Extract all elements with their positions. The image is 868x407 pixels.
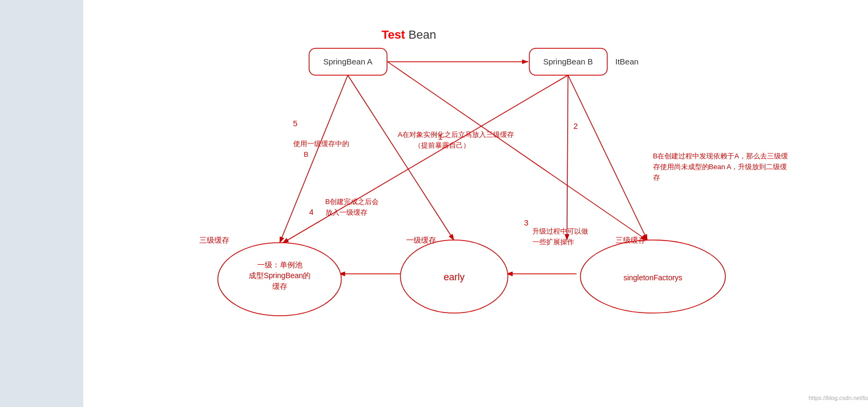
ann-level3-left: 三级缓存 — [199, 236, 229, 244]
ann-a-early-expose-2: （提前暴露自己） — [414, 141, 470, 149]
ann-use-level1: 使用一级缓存中的 — [293, 140, 349, 148]
arrow-2 — [567, 75, 568, 241]
arrow-3-label: 3 — [524, 218, 529, 227]
ann-b-depends-a-1: B在创建过程中发现依赖于A，那么去三级缓 — [653, 152, 788, 160]
level1-line2: 成型SpringBean的 — [249, 271, 310, 280]
watermark: https://blog.csdn.net/baidu_26986261 — [809, 395, 869, 401]
ann-upgrade-1: 升级过程中可以做 — [532, 227, 588, 235]
itbean-label: ItBean — [616, 57, 639, 66]
springbean-b-label: SpringBean B — [543, 57, 593, 66]
title-test: Test — [382, 28, 406, 41]
level1-line1: 一级：单例池 — [257, 260, 302, 269]
arrow-5-label: 5 — [293, 119, 298, 128]
ann-a-early-expose-1: A在对象实例化之后立马放入三级缓存 — [398, 130, 515, 139]
arrow-a-to-level1 — [280, 75, 348, 243]
diagram-container: Test Bean SpringBean A SpringBean B ItBe… — [83, 0, 868, 407]
title-bean: Bean — [409, 28, 436, 41]
ann-upgrade-2: 一些扩展操作 — [532, 238, 574, 246]
singleton-factorys-label: singletonFactorys — [624, 273, 683, 282]
early-label: early — [444, 272, 465, 282]
ann-level1-mid: 一级缓存 — [406, 236, 436, 244]
ann-b-depends-a-3: 存 — [653, 173, 660, 181]
arrow-b-to-singleton — [568, 75, 648, 241]
ann-use-level1-b: B — [304, 150, 309, 158]
springbean-a-label: SpringBean A — [323, 57, 373, 66]
level1-line3: 缓存 — [272, 282, 287, 290]
ann-level3-right: 三级缓存 — [616, 236, 646, 244]
sidebar — [0, 0, 83, 407]
arrow-a-to-singleton — [388, 62, 648, 241]
main-content: Test Bean SpringBean A SpringBean B ItBe… — [83, 0, 868, 407]
arrow-4-label: 4 — [309, 207, 314, 216]
ann-b-complete-1: B创建完成之后会 — [326, 198, 379, 206]
ann-b-complete-2: 放入一级缓存 — [326, 208, 367, 216]
arrow-2-label: 2 — [574, 121, 578, 130]
ann-b-depends-a-2: 存使用尚未成型的Bean A，升级放到二级缓 — [653, 163, 787, 171]
